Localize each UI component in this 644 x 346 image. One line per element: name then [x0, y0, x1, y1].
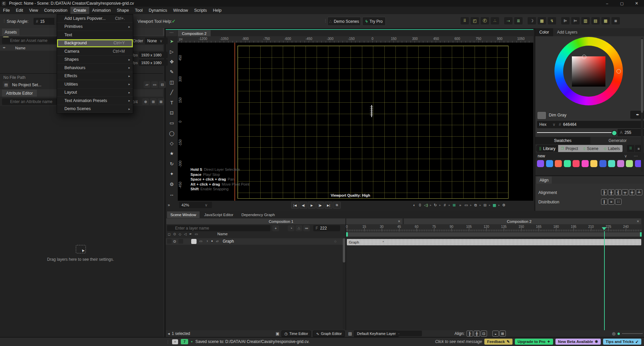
saturation-value-square[interactable] — [572, 56, 605, 87]
work-area-bar[interactable] — [346, 232, 642, 237]
menu-item-effects[interactable]: Effects ▸ — [57, 72, 133, 81]
pen-tool[interactable]: ✎ — [166, 67, 178, 77]
menubar-item[interactable]: File — [0, 7, 13, 14]
menubar-item[interactable]: Window — [170, 7, 191, 14]
table-icon[interactable]: ▦ — [538, 17, 546, 24]
color-swatch[interactable] — [599, 160, 606, 167]
distribute-space-icon[interactable]: ∷ — [615, 199, 622, 205]
check-icon[interactable]: ✓ — [172, 18, 176, 24]
menubar-item[interactable]: Shape — [114, 7, 132, 14]
align-tab[interactable]: Align — [536, 177, 552, 184]
alpha-slider-track[interactable] — [537, 132, 614, 133]
box-select-tool[interactable]: ⊡ — [166, 108, 178, 118]
assets-tab[interactable]: Assets — [2, 29, 19, 36]
pan-tool[interactable]: ✥ — [166, 57, 178, 67]
menubar-item[interactable]: Tool — [132, 7, 146, 14]
stretch-tool[interactable]: ↔ — [166, 189, 178, 199]
attribute-drop-area[interactable]: ➤ Drag layers here to see their settings… — [0, 106, 163, 337]
keyframe-marker[interactable]: * — [383, 240, 384, 244]
close-button[interactable]: ✕ — [629, 0, 644, 7]
audio-icon[interactable]: ◁) — [423, 202, 429, 208]
color-panel-scrollbar[interactable] — [641, 38, 643, 172]
audio-icon[interactable]: ◁ — [184, 232, 186, 236]
text-tool[interactable]: T — [166, 97, 178, 107]
tab-scene-window[interactable]: Scene Window — [167, 211, 200, 218]
rectangle-tool[interactable]: ▭ — [166, 118, 178, 128]
time-editor-button[interactable]: ◷ Time Editor — [281, 331, 311, 337]
falloff-icon[interactable]: ◔ — [288, 225, 294, 231]
render-button[interactable]: ⧉ — [333, 202, 341, 209]
name-column-header[interactable]: Name — [15, 46, 25, 50]
stack-align-icon[interactable]: ≣ — [514, 17, 523, 24]
menu-item-text-animation-presets[interactable]: Text Animation Presets ▸ — [57, 97, 133, 105]
chevron-icon[interactable]: ▸ — [479, 202, 482, 208]
chevron-icon[interactable]: ▸ — [498, 202, 500, 208]
color-swatch[interactable] — [608, 160, 615, 167]
color-swatch[interactable] — [546, 160, 553, 167]
color-swatch[interactable] — [617, 160, 624, 167]
keyframe-layer-icon[interactable]: ▤ — [348, 331, 352, 336]
viewport-tab-composition-2[interactable]: Composition 2 — [178, 30, 211, 37]
keyframe-value-field[interactable]: - — [396, 331, 422, 336]
demo-scenes-button[interactable]: ∴ Demo Scenes — [327, 17, 361, 26]
menu-item-text[interactable]: Text — [57, 31, 133, 39]
chevron-icon[interactable]: ▸ — [470, 202, 472, 208]
go-to-start-button[interactable]: |◀ — [291, 202, 299, 209]
playhead-line[interactable] — [604, 231, 605, 330]
align-right-icon[interactable]: ╢ — [615, 189, 622, 195]
distribute-h-icon[interactable]: ∥ — [601, 199, 607, 205]
grid-icon[interactable]: ▦ — [601, 17, 610, 24]
lock-icon[interactable]: ◻ — [168, 232, 170, 236]
align-center-h-icon[interactable]: ╫ — [608, 189, 614, 195]
hex-value-field[interactable]: # 646464 — [556, 121, 644, 128]
menu-item-shapes[interactable]: Shapes ▸ — [57, 56, 133, 64]
menu-item-background[interactable]: Background Ctrl+Y — [57, 39, 133, 48]
layer-color-swatch[interactable] — [191, 239, 197, 244]
snap-angle-field[interactable]: # 15 — [34, 18, 57, 25]
zoom-level-dropdown[interactable]: 42% ∨ — [179, 202, 212, 208]
expand-icon[interactable]: » — [168, 203, 170, 207]
menu-item-demo-scenes[interactable]: Demo Scenes ▸ — [57, 105, 133, 113]
menubar-item[interactable]: Animation — [89, 7, 114, 14]
grid-view-button[interactable]: ⠿ — [627, 145, 634, 152]
zoom-icon[interactable]: ◎ — [612, 331, 615, 336]
graph-editor-button[interactable]: ∿ Graph Editor — [313, 331, 345, 337]
solo-icon[interactable]: ▭ — [199, 239, 202, 243]
viewport-canvas[interactable]: 4503001500-150-300-450 Hold SDirect Laye… — [178, 43, 533, 201]
project-tab[interactable]: ❒ Project — [558, 145, 581, 152]
spiral-tool[interactable]: ↻ — [166, 159, 178, 169]
color-swatch[interactable] — [626, 160, 633, 167]
graph-layer-track[interactable]: Graph * — [347, 239, 641, 245]
step-forward-button[interactable]: |▶ — [316, 202, 324, 209]
align-top-icon[interactable]: ╤ — [622, 189, 628, 195]
scatter-add-icon[interactable]: ∴ — [296, 225, 302, 231]
chevron-down-icon[interactable]: ∨ — [624, 154, 627, 158]
kf-add-icon[interactable]: ⊞ — [499, 331, 506, 337]
kf-ease-icon[interactable]: ◒ — [492, 331, 499, 337]
new-beta-chip[interactable]: New Beta Available ❋ — [555, 339, 601, 345]
layout-grid-icon[interactable]: ⠿ — [461, 17, 469, 24]
menu-item-add-layers-popover[interactable]: Add Layers Popover... Ctrl+. — [57, 14, 133, 23]
messages-icon[interactable]: ≡ — [172, 339, 178, 344]
menubar-item[interactable]: Help — [210, 7, 225, 14]
align-right-icon[interactable]: ⊨ — [571, 17, 580, 24]
menu-item-behaviours[interactable]: Behaviours ▸ — [57, 64, 133, 72]
menu-item-primitives[interactable]: Primitives ▸ — [57, 23, 133, 31]
viewport-settings-icon[interactable]: ⚙ — [501, 202, 506, 208]
align-left-icon[interactable]: ⊫ — [561, 17, 570, 24]
cube-icon[interactable]: ◰ — [471, 17, 479, 24]
camera-icon[interactable]: ◙ — [611, 17, 620, 24]
current-color-swatch[interactable] — [537, 111, 546, 119]
align-middle-icon[interactable]: ╪ — [629, 189, 635, 195]
color-swatch[interactable] — [555, 160, 562, 167]
grid-toggle-icon[interactable]: # — [442, 202, 447, 208]
menu-item-layout[interactable]: Layout ▸ — [57, 89, 133, 97]
keyframe-layer-dropdown[interactable]: Default Keyframe Layer — [354, 331, 399, 337]
expand-chevron-icon[interactable]: › — [207, 239, 208, 243]
drag-handle-icon[interactable]: ⋮ — [323, 18, 327, 23]
tab-color[interactable]: Color — [535, 28, 553, 36]
resolution-field[interactable]: 1920 x 1080 — [139, 52, 168, 58]
color-swatch[interactable] — [582, 160, 589, 167]
menubar-item[interactable]: Dynamics — [146, 7, 170, 14]
tab-swatches[interactable]: Swatches — [535, 137, 590, 144]
